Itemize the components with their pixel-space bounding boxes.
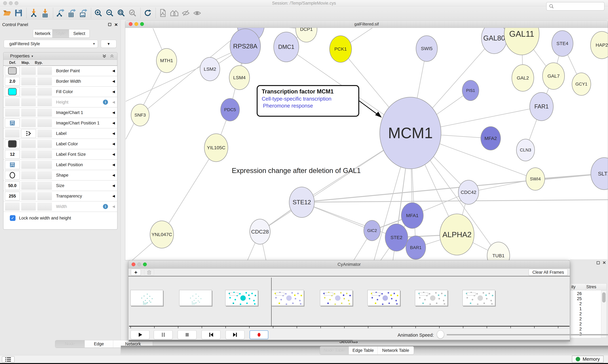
network-edge[interactable] xyxy=(302,200,608,202)
cyanimator-titlebar[interactable]: CyAnimator xyxy=(128,260,570,269)
memory-button[interactable]: Memory xyxy=(572,356,604,363)
network-node-mfa2[interactable]: MFA2 xyxy=(481,126,501,150)
tab-edge[interactable]: Edge xyxy=(85,340,113,348)
property-row-image-chart-position-1[interactable]: Image/Chart Position 1◀ xyxy=(3,118,117,128)
property-row-label-color[interactable]: Label Color◀ xyxy=(3,139,117,149)
property-cell[interactable] xyxy=(21,161,36,169)
property-row-size[interactable]: 50.0Size◀ xyxy=(3,181,117,191)
network-node-gcy1[interactable]: GCY1 xyxy=(572,73,591,96)
float-panel-icon[interactable] xyxy=(597,261,600,264)
expand-row-icon[interactable]: ◀ xyxy=(112,121,115,125)
column-stress[interactable]: Stres xyxy=(586,285,596,289)
property-cell[interactable] xyxy=(21,150,36,158)
frame-thumbnail-7[interactable] xyxy=(462,290,495,306)
network-node-lsm4[interactable]: LSM4 xyxy=(229,65,250,90)
close-panel-icon[interactable]: × xyxy=(603,261,606,264)
tab-node[interactable]: Node xyxy=(55,340,85,348)
minimize-window-icon[interactable] xyxy=(9,1,13,5)
search-box[interactable] xyxy=(546,2,605,11)
property-cell[interactable] xyxy=(5,98,20,106)
property-cell[interactable] xyxy=(21,67,36,75)
property-cell[interactable] xyxy=(37,88,52,96)
table-cell-value[interactable]: 2 xyxy=(570,322,582,326)
network-node-gic2[interactable]: GIC2 xyxy=(363,220,381,241)
property-cell[interactable] xyxy=(37,98,52,106)
zoom-fit-icon[interactable] xyxy=(117,8,126,18)
property-cell[interactable] xyxy=(5,171,20,179)
zoom-window-icon[interactable] xyxy=(143,262,147,266)
property-cell[interactable]: 12 xyxy=(5,150,20,158)
table-cell-value[interactable]: 2 xyxy=(570,327,582,332)
timeline-scrollbar-thumb[interactable] xyxy=(129,340,353,341)
property-cell[interactable] xyxy=(37,192,52,200)
network-canvas[interactable]: MTH1LSM2LSM4RPS28BRPS28ADMC1DCP1PCK1SNF3… xyxy=(125,28,608,260)
network-node-ste2[interactable]: STE2 xyxy=(385,224,408,251)
timeline-scrollbar[interactable] xyxy=(129,340,570,341)
lock-checkbox[interactable]: ✓ xyxy=(10,215,15,221)
zoom-out-icon[interactable] xyxy=(105,8,114,18)
network-node-cln3[interactable]: CLN3 xyxy=(516,139,535,161)
network-node-gal7[interactable]: GAL7 xyxy=(542,63,565,90)
property-row-label-position[interactable]: Label Position◀ xyxy=(3,160,117,170)
property-cell[interactable] xyxy=(21,182,36,190)
network-node-swi5[interactable]: SWI5 xyxy=(416,35,438,62)
collapse-all-icon[interactable] xyxy=(109,53,115,59)
style-options-button[interactable]: ▾ xyxy=(101,40,116,48)
property-row-shape[interactable]: Shape◀ xyxy=(3,170,117,181)
property-cell[interactable] xyxy=(37,202,52,211)
export-network-icon[interactable] xyxy=(56,8,65,18)
property-cell[interactable] xyxy=(37,77,52,85)
search-input[interactable] xyxy=(554,4,602,9)
network-node-yil105c[interactable]: YIL105C xyxy=(204,133,228,162)
property-cell[interactable] xyxy=(21,192,36,200)
property-cell[interactable] xyxy=(21,171,36,179)
frame-thumbnail-0[interactable] xyxy=(130,290,163,306)
delete-frame-button[interactable] xyxy=(144,269,154,276)
frame-thumbnail-5[interactable] xyxy=(368,290,400,306)
network-node-cdc42[interactable]: CDC42 xyxy=(458,180,479,205)
property-row-height[interactable]: Heighti◀ xyxy=(3,97,117,107)
annotation-box[interactable]: Transcription factor MCM1 Cell-type-spec… xyxy=(257,85,359,117)
property-cell[interactable] xyxy=(21,119,36,127)
property-cell[interactable] xyxy=(37,161,52,169)
property-row-label-font-size[interactable]: 12Label Font Size◀ xyxy=(3,149,117,160)
property-cell[interactable] xyxy=(5,161,20,169)
network-node-gal2[interactable]: GAL2 xyxy=(511,64,534,91)
property-cell[interactable] xyxy=(5,67,20,75)
table-cell-value[interactable]: 26 xyxy=(570,291,582,296)
network-node-snf3[interactable]: SNF3 xyxy=(131,104,150,126)
network-node-pdc5[interactable]: PDC5 xyxy=(221,98,240,121)
import-network-icon[interactable] xyxy=(29,8,38,18)
expand-row-icon[interactable]: ◀ xyxy=(112,90,115,94)
frame-thumbnail-3[interactable] xyxy=(271,290,304,306)
network-edge[interactable] xyxy=(162,148,216,234)
network-node-pis1[interactable]: PIS1 xyxy=(462,80,479,101)
property-cell[interactable]: 255 xyxy=(5,192,20,200)
network-node-swi4[interactable]: SWI4 xyxy=(526,168,545,191)
table-cell-value[interactable]: 1 xyxy=(570,306,582,311)
skip-start-button[interactable] xyxy=(202,330,221,339)
network-node-alpha2[interactable]: ALPHA2 xyxy=(440,214,474,255)
expand-row-icon[interactable]: ◀ xyxy=(112,142,115,146)
tab-style[interactable]: Style xyxy=(52,29,69,38)
network-node-pck1[interactable]: PCK1 xyxy=(329,35,352,63)
clear-all-frames-button[interactable]: Clear All Frames xyxy=(529,269,568,276)
network-node-ste4[interactable]: STE4 xyxy=(552,30,573,57)
network-node-mfa1[interactable]: MFA1 xyxy=(401,202,424,229)
network-node-dmc1[interactable]: DMC1 xyxy=(274,32,299,62)
speed-slider-track[interactable] xyxy=(447,334,608,335)
property-cell[interactable] xyxy=(5,88,20,96)
expand-row-icon[interactable]: ◀ xyxy=(112,69,115,73)
expand-row-icon[interactable]: ◀ xyxy=(112,131,115,135)
annotation-link[interactable]: Cell-type-specific transcription xyxy=(262,96,358,102)
copy-network-icon[interactable] xyxy=(158,8,167,18)
import-table-icon[interactable] xyxy=(41,8,50,18)
expand-row-icon[interactable]: ◀ xyxy=(112,152,115,156)
tab-edge-table[interactable]: Edge Table xyxy=(349,346,378,354)
property-cell[interactable] xyxy=(21,140,36,148)
style-selector[interactable]: galFiltered Style ▾ xyxy=(4,40,98,48)
expand-row-icon[interactable]: ◀ xyxy=(112,173,115,177)
frame-thumbnail-1[interactable] xyxy=(179,290,212,306)
property-row-transparency[interactable]: 255Transparency◀ xyxy=(3,191,117,201)
float-panel-icon[interactable] xyxy=(108,23,111,26)
